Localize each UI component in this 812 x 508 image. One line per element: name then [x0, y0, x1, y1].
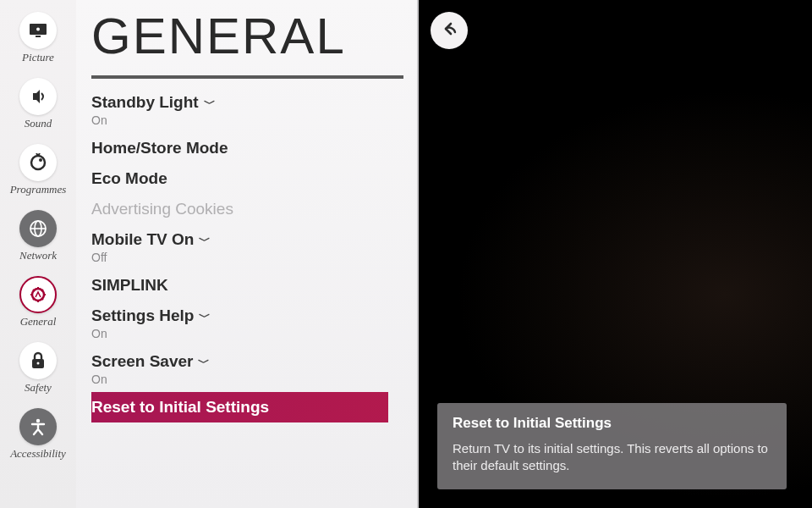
chevron-down-icon: ﹀ — [195, 356, 210, 369]
setting-eco-mode[interactable]: Eco Mode — [91, 163, 388, 194]
setting-value: On — [91, 113, 383, 127]
setting-label: Reset to Initial Settings — [91, 398, 388, 417]
back-button[interactable] — [431, 12, 468, 49]
general-icon — [19, 276, 57, 313]
setting-advertising-cookies: Advertising Cookies — [91, 194, 388, 224]
help-tooltip: Reset to Initial Settings Return TV to i… — [437, 403, 787, 490]
panel-divider — [91, 75, 403, 79]
chevron-down-icon: ﹀ — [195, 234, 211, 247]
sidebar-item-network[interactable]: Network — [0, 207, 76, 269]
svg-point-10 — [37, 362, 40, 365]
setting-label: Mobile TV On ﹀ — [91, 230, 383, 249]
sidebar-label: Programmes — [10, 183, 67, 196]
panel-title: GENERAL — [91, 7, 417, 70]
settings-sidebar: Picture Sound Programmes Network General… — [0, 0, 76, 508]
svg-point-3 — [31, 156, 45, 169]
setting-label: SIMPLINK — [91, 276, 383, 295]
setting-label: Screen Saver ﹀ — [91, 352, 383, 371]
chevron-down-icon: ﹀ — [200, 97, 216, 110]
sidebar-item-accessibility[interactable]: Accessibility — [0, 405, 76, 467]
setting-home-store-mode[interactable]: Home/Store Mode — [91, 133, 388, 163]
sound-icon — [19, 78, 57, 115]
setting-label: Home/Store Mode — [91, 139, 383, 157]
setting-label: Eco Mode — [91, 169, 383, 188]
setting-value: Off — [91, 251, 383, 264]
svg-point-11 — [36, 419, 40, 422]
setting-value: On — [91, 327, 383, 340]
sidebar-label: General — [20, 315, 57, 329]
tooltip-body: Return TV to its initial settings. This … — [453, 440, 771, 475]
setting-value: On — [91, 373, 383, 386]
sidebar-label: Picture — [22, 51, 54, 64]
settings-panel: GENERAL ︿ Standby Light ﹀ On Home/Store … — [76, 0, 419, 508]
sidebar-label: Accessibility — [10, 447, 66, 461]
sidebar-label: Sound — [25, 117, 52, 130]
accessibility-icon — [19, 408, 57, 445]
sidebar-item-picture[interactable]: Picture — [0, 8, 76, 71]
svg-point-1 — [36, 28, 40, 31]
settings-list: Standby Light ﹀ On Home/Store Mode Eco M… — [91, 87, 388, 422]
sidebar-item-sound[interactable]: Sound — [0, 75, 76, 137]
setting-label: Settings Help ﹀ — [91, 306, 383, 325]
back-icon — [440, 19, 458, 41]
setting-simplink[interactable]: SIMPLINK — [91, 270, 388, 301]
tooltip-title: Reset to Initial Settings — [453, 415, 771, 432]
sidebar-item-general[interactable]: General — [0, 273, 76, 335]
settings-list-wrap: ︿ Standby Light ﹀ On Home/Store Mode Eco… — [91, 87, 388, 508]
lock-icon — [19, 342, 57, 379]
network-icon — [19, 210, 57, 247]
preview-area: Reset to Initial Settings Return TV to i… — [419, 0, 812, 508]
svg-rect-2 — [36, 36, 41, 37]
setting-label: Standby Light ﹀ — [91, 93, 383, 112]
chevron-down-icon: ﹀ — [195, 310, 211, 323]
sidebar-item-safety[interactable]: Safety — [0, 339, 76, 401]
setting-reset-to-initial[interactable]: Reset to Initial Settings — [91, 392, 388, 422]
svg-point-4 — [39, 158, 42, 162]
sidebar-label: Network — [19, 249, 57, 262]
setting-mobile-tv-on[interactable]: Mobile TV On ﹀ Off — [91, 224, 388, 270]
setting-screen-saver[interactable]: Screen Saver ﹀ On — [91, 346, 388, 392]
setting-settings-help[interactable]: Settings Help ﹀ On — [91, 301, 388, 346]
picture-icon — [19, 12, 57, 49]
programmes-icon — [19, 144, 57, 181]
sidebar-item-programmes[interactable]: Programmes — [0, 141, 76, 203]
sidebar-label: Safety — [25, 381, 52, 395]
setting-standby-light[interactable]: Standby Light ﹀ On — [91, 87, 388, 133]
setting-label: Advertising Cookies — [91, 200, 383, 218]
